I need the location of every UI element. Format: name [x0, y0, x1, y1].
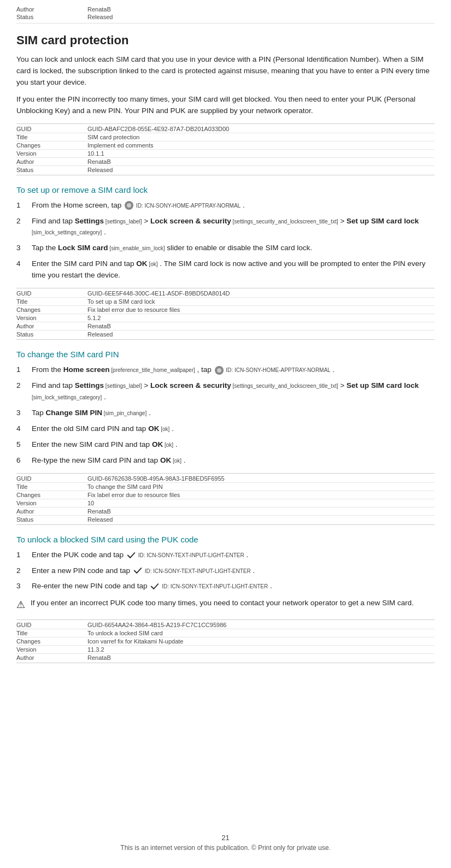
meta-row: Changes Implement ed comments: [16, 141, 435, 149]
main-section-title: SIM card protection: [16, 33, 435, 48]
meta-value: RenataB: [87, 507, 435, 515]
step-number: 4: [16, 258, 28, 270]
meta-row: Author RenataB: [16, 654, 435, 662]
footer-text: This is an internet version of this publ…: [0, 844, 451, 852]
step-number: 3: [16, 581, 28, 592]
ok-id: [ok]: [171, 458, 181, 464]
meta-value: RenataB: [87, 322, 435, 330]
meta-row: Author RenataB: [16, 322, 435, 330]
meta-value: SIM card protection: [87, 133, 435, 141]
meta-row: GUID GUID-66762638-590B-495A-98A3-1FB8ED…: [16, 475, 435, 483]
meta-value: Fix label error due to resource files: [87, 491, 435, 499]
meta-value: To set up a SIM card lock: [87, 298, 435, 306]
meta-value: To change the SIM card PIN: [87, 482, 435, 491]
ok-label: OK: [160, 456, 171, 464]
step-number: 4: [16, 423, 28, 435]
meta-value: 11.3.2: [87, 646, 435, 654]
home-icon: [215, 366, 224, 375]
steps-lock: 1 From the Home screen, tap ID: ICN-SONY…: [16, 200, 435, 282]
lock-sim-label: Lock SIM card: [58, 244, 108, 252]
meta-row: Title To change the SIM card PIN: [16, 482, 435, 491]
meta-value: GUID-66762638-590B-495A-98A3-1FB8ED5F695…: [87, 475, 435, 483]
step-changepin-4: 4 Enter the old SIM card PIN and tap OK …: [16, 423, 435, 435]
settings-label: Settings: [75, 217, 104, 225]
meta-label: Title: [16, 133, 87, 141]
home-screen-id: [preference_title_home_wallpaper]: [110, 367, 195, 373]
enter-icon-id: ID: ICN-SONY-TEXT-INPUT-LIGHT-ENTER: [160, 583, 268, 589]
meta-value: GUID-ABAFC2D8-055E-4E92-87A7-DB201A033D0…: [87, 125, 435, 133]
meta-label: GUID: [16, 621, 87, 629]
enter-icon-id: ID: ICN-SONY-TEXT-INPUT-LIGHT-ENTER: [143, 568, 251, 574]
meta-row: Changes Fix label error due to resource …: [16, 491, 435, 499]
main-metadata-block: GUID GUID-ABAFC2D8-055E-4E92-87A7-DB201A…: [16, 123, 435, 175]
step-number: 3: [16, 243, 28, 254]
ok-id: [ok]: [159, 426, 169, 432]
sim-lock-id: [sim_lock_settings_category]: [32, 394, 102, 400]
enter-icon: [150, 583, 159, 590]
lock-screen-label: Lock screen & security: [150, 217, 231, 225]
step-content: Enter a new PIN code and tap ID: ICN-SON…: [32, 565, 435, 577]
meta-row: Author RenataB: [16, 157, 435, 166]
meta-label: Version: [16, 149, 87, 157]
step-number: 1: [16, 550, 28, 561]
step-changepin-5: 5 Enter the new SIM card PIN and tap OK …: [16, 439, 435, 451]
meta-value: 5.1.2: [87, 314, 435, 322]
change-sim-pin-id: [sim_pin_change]: [102, 410, 147, 416]
meta-value: 10.1.1: [87, 149, 435, 157]
meta-row: Status Released: [16, 515, 435, 523]
page-container: Author RenataB Status Released SIM card …: [0, 0, 451, 705]
ok-id: [ok]: [148, 261, 158, 267]
meta-label: Version: [16, 314, 87, 322]
meta-label: Title: [16, 482, 87, 491]
subsection-changepin-title: To change the SIM card PIN: [16, 350, 435, 359]
step-content: Re-enter the new PIN code and tap ID: IC…: [32, 581, 435, 592]
meta-row: Version 10.1.1: [16, 149, 435, 157]
main-section-body: You can lock and unlock each SIM card th…: [16, 54, 435, 117]
meta-value: RenataB: [87, 654, 435, 662]
change-sim-pin-label: Change SIM PIN: [46, 409, 103, 417]
meta-value: Released: [87, 166, 435, 174]
meta-row: Status Released: [16, 330, 435, 339]
step-lock-4: 4 Enter the SIM card PIN and tap OK [ok]…: [16, 258, 435, 281]
ok-label: OK: [136, 259, 147, 268]
step-content: Re-type the new SIM card PIN and tap OK …: [32, 455, 435, 467]
meta-label: Changes: [16, 306, 87, 314]
main-meta-table: GUID GUID-ABAFC2D8-055E-4E92-87A7-DB201A…: [16, 125, 435, 174]
meta-value: GUID-6EE5F448-300C-4E11-A5DF-B9BD5DA8014…: [87, 290, 435, 298]
warning-text: If you enter an incorrect PUK code too m…: [31, 598, 414, 609]
changepin-meta-table: GUID GUID-66762638-590B-495A-98A3-1FB8ED…: [16, 475, 435, 523]
step-changepin-1: 1 From the Home screen [preference_title…: [16, 364, 435, 376]
meta-row: GUID GUID-ABAFC2D8-055E-4E92-87A7-DB201A…: [16, 125, 435, 133]
step-content: Enter the SIM card PIN and tap OK [ok] .…: [32, 258, 435, 281]
puk-meta-table: GUID GUID-6654AA24-3864-4B15-A219-FC7C1C…: [16, 621, 435, 662]
settings-label: Settings: [75, 381, 104, 389]
step-content: Find and tap Settings [settings_label] >…: [32, 216, 435, 239]
step-content: From the Home screen, tap ID: ICN-SONY-H…: [32, 200, 435, 211]
lock-screen-id: [settings_security_and_lockscreen_title_…: [231, 219, 338, 225]
meta-row: Status Released: [16, 166, 435, 174]
meta-label: Version: [16, 499, 87, 507]
step-puk-2: 2 Enter a new PIN code and tap ID: ICN-S…: [16, 565, 435, 577]
step-changepin-3: 3 Tap Change SIM PIN [sim_pin_change] .: [16, 408, 435, 419]
icon-id: ID: ICN-SONY-HOME-APPTRAY-NORMAL: [134, 203, 241, 209]
meta-label: Author: [16, 322, 87, 330]
meta-row: GUID GUID-6654AA24-3864-4B15-A219-FC7C1C…: [16, 621, 435, 629]
lock-metadata-block: GUID GUID-6EE5F448-300C-4E11-A5DF-B9BD5D…: [16, 288, 435, 340]
meta-label: GUID: [16, 290, 87, 298]
enter-icon: [127, 552, 136, 559]
meta-label: Status: [16, 330, 87, 339]
step-number: 2: [16, 565, 28, 577]
settings-id: [settings_label]: [104, 219, 142, 225]
step-number: 2: [16, 380, 28, 392]
meta-row: Changes Icon varref fix for Kitakami N-u…: [16, 637, 435, 646]
meta-row: Author RenataB: [16, 5, 435, 13]
settings-id: [settings_label]: [104, 383, 142, 389]
steps-puk: 1 Enter the PUK code and tap ID: ICN-SON…: [16, 550, 435, 593]
meta-value: Released: [87, 515, 435, 523]
ok-label: OK: [152, 440, 163, 448]
meta-label: Title: [16, 629, 87, 637]
meta-row: Version 5.1.2: [16, 314, 435, 322]
meta-label: Changes: [16, 491, 87, 499]
step-lock-1: 1 From the Home screen, tap ID: ICN-SONY…: [16, 200, 435, 211]
step-lock-2: 2 Find and tap Settings [settings_label]…: [16, 216, 435, 239]
